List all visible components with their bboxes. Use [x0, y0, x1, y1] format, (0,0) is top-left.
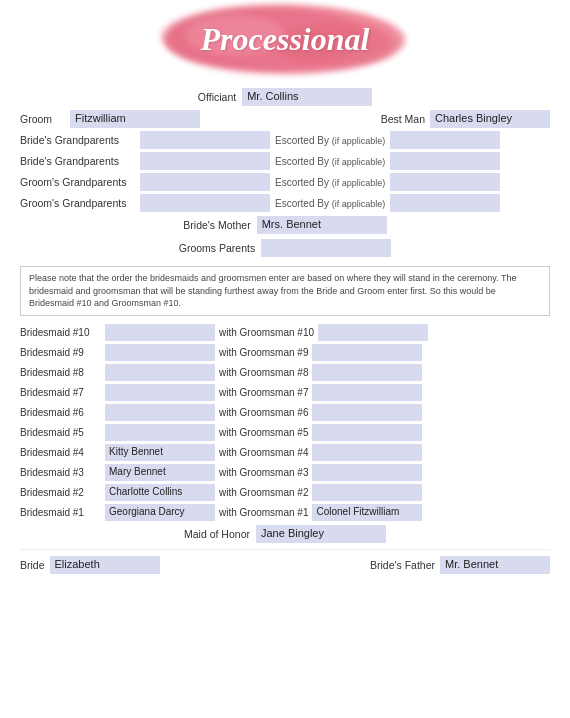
bm-label-10: Bridesmaid #10 [20, 327, 105, 338]
grandparents-escort-1[interactable] [390, 152, 500, 170]
officiant-row: Officiant Mr. Collins [20, 88, 550, 106]
bm-with-9: with Groomsman #9 [219, 347, 308, 358]
bm-label-8: Bridesmaid #8 [20, 367, 105, 378]
bm-input-9[interactable] [105, 344, 215, 361]
bm-input-2[interactable]: Charlotte Collins [105, 484, 215, 501]
bm-label-5: Bridesmaid #5 [20, 427, 105, 438]
bm-label-1: Bridesmaid #1 [20, 507, 105, 518]
bm-groomsman-2[interactable] [312, 484, 422, 501]
bestman-input[interactable]: Charles Bingley [430, 110, 550, 128]
officiant-label: Officiant [198, 91, 236, 103]
watercolor-decoration: Processional [155, 0, 415, 80]
bm-row-5: Bridesmaid #5 with Groomsman #5 [20, 424, 550, 441]
bm-groomsman-9[interactable] [312, 344, 422, 361]
maid-of-honor-row: Maid of Honor Jane Bingley [20, 525, 550, 543]
bride-row: Bride Elizabeth Bride's Father Mr. Benne… [20, 549, 550, 574]
bm-label-9: Bridesmaid #9 [20, 347, 105, 358]
groom-bestman-row: Groom Fitzwilliam Best Man Charles Bingl… [20, 110, 550, 128]
escorted-label-2: Escorted By (if applicable) [275, 177, 385, 188]
bm-with-5: with Groomsman #5 [219, 427, 308, 438]
grooms-parents-value [261, 239, 391, 243]
bm-value-3: Mary Bennet [105, 464, 215, 479]
grandparents-row-0: Bride's Grandparents Escorted By (if app… [20, 131, 550, 149]
bm-input-3[interactable]: Mary Bennet [105, 464, 215, 481]
grandparents-escort-0[interactable] [390, 131, 500, 149]
notice-text: Please note that the order the bridesmai… [29, 273, 516, 308]
bm-label-2: Bridesmaid #2 [20, 487, 105, 498]
bm-input-5[interactable] [105, 424, 215, 441]
bm-with-8: with Groomsman #8 [219, 367, 308, 378]
grandparents-input-0[interactable] [140, 131, 270, 149]
brides-mother-label: Bride's Mother [183, 219, 250, 231]
grandparents-row-1: Bride's Grandparents Escorted By (if app… [20, 152, 550, 170]
bm-groomsman-8[interactable] [312, 364, 422, 381]
bm-with-4: with Groomsman #4 [219, 447, 308, 458]
escorted-label-3: Escorted By (if applicable) [275, 198, 385, 209]
grandparents-escort-2[interactable] [390, 173, 500, 191]
brides-mother-row: Bride's Mother Mrs. Bennet [20, 215, 550, 235]
bride-input[interactable]: Elizabeth [50, 556, 160, 574]
bm-input-1[interactable]: Georgiana Darcy [105, 504, 215, 521]
grooms-parents-input[interactable] [261, 239, 391, 257]
processional-page: Processional Officiant Mr. Collins Groom… [0, 0, 570, 594]
grandparents-input-1[interactable] [140, 152, 270, 170]
maid-of-honor-value: Jane Bingley [256, 525, 386, 541]
brides-mother-input[interactable]: Mrs. Bennet [257, 216, 387, 234]
grandparents-row-2: Groom's Grandparents Escorted By (if app… [20, 173, 550, 191]
bm-input-10[interactable] [105, 324, 215, 341]
groom-input[interactable]: Fitzwilliam [70, 110, 200, 128]
bm-groomsman-4[interactable] [312, 444, 422, 461]
bm-row-2: Bridesmaid #2 Charlotte Collins with Gro… [20, 484, 550, 501]
officiant-input[interactable]: Mr. Collins [242, 88, 372, 106]
bm-input-8[interactable] [105, 364, 215, 381]
bestman-value: Charles Bingley [430, 110, 550, 126]
bm-groomsman-value-1: Colonel Fitzwilliam [312, 504, 422, 519]
maid-of-honor-label: Maid of Honor [184, 528, 250, 540]
bm-groomsman-6[interactable] [312, 404, 422, 421]
bm-with-3: with Groomsman #3 [219, 467, 308, 478]
header: Processional [20, 0, 550, 80]
bm-row-9: Bridesmaid #9 with Groomsman #9 [20, 344, 550, 361]
brides-father-value: Mr. Bennet [440, 556, 550, 572]
bm-row-7: Bridesmaid #7 with Groomsman #7 [20, 384, 550, 401]
bm-groomsman-10[interactable] [318, 324, 428, 341]
maid-of-honor-input[interactable]: Jane Bingley [256, 525, 386, 543]
grooms-parents-row: Grooms Parents [20, 238, 550, 258]
bride-value: Elizabeth [50, 556, 160, 572]
bm-groomsman-1[interactable]: Colonel Fitzwilliam [312, 504, 422, 521]
bm-with-2: with Groomsman #2 [219, 487, 308, 498]
bm-row-1: Bridesmaid #1 Georgiana Darcy with Groom… [20, 504, 550, 521]
bm-label-3: Bridesmaid #3 [20, 467, 105, 478]
grandparents-escort-3[interactable] [390, 194, 500, 212]
bm-row-10: Bridesmaid #10 with Groomsman #10 [20, 324, 550, 341]
bm-input-6[interactable] [105, 404, 215, 421]
bm-groomsman-3[interactable] [312, 464, 422, 481]
grandparents-label-3: Groom's Grandparents [20, 197, 140, 209]
grandparents-row-3: Groom's Grandparents Escorted By (if app… [20, 194, 550, 212]
bm-groomsman-7[interactable] [312, 384, 422, 401]
bm-row-8: Bridesmaid #8 with Groomsman #8 [20, 364, 550, 381]
bm-value-1: Georgiana Darcy [105, 504, 215, 519]
brides-father-input[interactable]: Mr. Bennet [440, 556, 550, 574]
bridesmaids-section: Bridesmaid #10 with Groomsman #10 Brides… [20, 324, 550, 521]
grandparents-input-2[interactable] [140, 173, 270, 191]
bm-value-2: Charlotte Collins [105, 484, 215, 499]
escorted-label-0: Escorted By (if applicable) [275, 135, 385, 146]
bm-row-3: Bridesmaid #3 Mary Bennet with Groomsman… [20, 464, 550, 481]
grandparents-input-3[interactable] [140, 194, 270, 212]
bm-groomsman-5[interactable] [312, 424, 422, 441]
groom-label: Groom [20, 113, 70, 125]
bm-with-7: with Groomsman #7 [219, 387, 308, 398]
grandparents-label-2: Groom's Grandparents [20, 176, 140, 188]
bm-label-7: Bridesmaid #7 [20, 387, 105, 398]
grandparents-label-1: Bride's Grandparents [20, 155, 140, 167]
bestman-label: Best Man [381, 113, 425, 125]
bm-with-6: with Groomsman #6 [219, 407, 308, 418]
bride-label: Bride [20, 559, 45, 571]
bm-input-7[interactable] [105, 384, 215, 401]
officiant-value: Mr. Collins [242, 88, 372, 104]
bm-label-6: Bridesmaid #6 [20, 407, 105, 418]
bm-with-10: with Groomsman #10 [219, 327, 314, 338]
bm-input-4[interactable]: Kitty Bennet [105, 444, 215, 461]
bm-label-4: Bridesmaid #4 [20, 447, 105, 458]
